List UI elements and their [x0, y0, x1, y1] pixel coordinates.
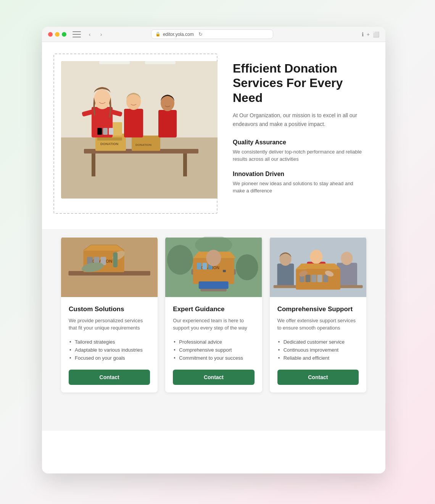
hero-title: Efficient Donation Services For Every Ne…	[233, 61, 366, 105]
card-comprehensive-support: Comprehensive Support We offer extensive…	[270, 237, 366, 393]
hero-image: DONATION DONATION	[61, 61, 218, 199]
svg-text:DONATION: DONATION	[135, 143, 151, 147]
contact-button-2[interactable]: Contact	[173, 370, 254, 385]
svg-rect-19	[158, 110, 177, 137]
sidebar-toggle-icon[interactable]	[72, 31, 81, 37]
svg-rect-7	[183, 153, 187, 176]
feature-quality: Quality Assurance We consistently delive…	[233, 139, 366, 163]
list-item: Professional advice	[173, 338, 254, 346]
card-list-1: Tailored strategies Adaptable to various…	[69, 338, 150, 362]
svg-rect-24	[97, 137, 122, 141]
svg-rect-6	[92, 153, 95, 176]
hero-section: DONATION DONATION	[42, 42, 385, 218]
hero-subtitle: At Our Organization, our mission is to e…	[233, 111, 366, 128]
add-tab-icon[interactable]: +	[367, 31, 370, 37]
svg-rect-23	[109, 128, 113, 135]
info-icon[interactable]: ℹ	[362, 31, 364, 37]
svg-point-38	[167, 245, 193, 275]
svg-rect-51	[199, 281, 229, 289]
list-item: Continuous improvement	[277, 346, 359, 354]
lock-icon: 🔒	[155, 32, 161, 37]
svg-rect-66	[323, 275, 328, 282]
extensions-icon[interactable]: ⬜	[373, 31, 379, 37]
cards-section: DONATION	[42, 229, 385, 408]
hero-image-container: DONATION DONATION	[61, 61, 218, 199]
svg-rect-47	[203, 263, 207, 270]
svg-rect-65	[317, 275, 322, 282]
card-body-1: Custom Solutions We provide personalized…	[61, 298, 158, 393]
maximize-button[interactable]	[62, 32, 66, 37]
close-button[interactable]	[48, 32, 53, 37]
card-desc-2: Our experienced team is here to support …	[173, 317, 254, 332]
browser-titlebar: ‹ › 🔒 editor.yola.com ↻ ℹ + ⬜	[42, 27, 385, 42]
svg-rect-63	[305, 275, 310, 282]
svg-point-39	[236, 254, 258, 280]
feature-quality-desc: We consistently deliver top-notch perfor…	[233, 148, 366, 163]
card-image-1: DONATION	[61, 237, 158, 298]
card-custom-solutions: DONATION	[61, 237, 158, 393]
feature-innovation-title: Innovation Driven	[233, 171, 366, 178]
svg-rect-17	[124, 109, 143, 137]
card-title-2: Expert Guidance	[173, 305, 254, 313]
url-text: editor.yola.com	[163, 32, 194, 37]
card-body-3: Comprehensive Support We offer extensive…	[270, 298, 366, 393]
bottom-padding	[42, 408, 385, 431]
list-item: Dedicated customer service	[277, 338, 359, 346]
toolbar-right: ℹ + ⬜	[362, 31, 379, 37]
feature-innovation-desc: We pioneer new ideas and solutions to st…	[233, 180, 366, 195]
list-item: Adaptable to various industries	[69, 346, 150, 354]
contact-button-3[interactable]: Contact	[277, 370, 359, 385]
svg-rect-54	[277, 263, 294, 288]
forward-button[interactable]: ›	[97, 30, 105, 39]
svg-rect-4	[145, 61, 176, 64]
cards-grid: DONATION	[61, 237, 366, 393]
card-image-3	[270, 237, 366, 298]
svg-text:DONATION: DONATION	[100, 142, 118, 146]
address-bar[interactable]: 🔒 editor.yola.com ↻	[151, 29, 273, 39]
browser-window: ‹ › 🔒 editor.yola.com ↻ ℹ + ⬜	[42, 27, 385, 473]
svg-point-59	[341, 252, 353, 265]
minimize-button[interactable]	[55, 32, 60, 37]
card-expert-guidance: DONATION	[165, 237, 262, 393]
list-item: Comprehensive support	[173, 346, 254, 354]
list-item: Focused on your goals	[69, 354, 150, 362]
svg-rect-46	[197, 263, 201, 270]
card-list-3: Dedicated customer service Continuous im…	[277, 338, 359, 362]
traffic-lights	[48, 32, 66, 37]
svg-rect-22	[103, 128, 108, 135]
browser-content: DONATION DONATION	[42, 42, 385, 473]
svg-rect-50	[223, 270, 226, 272]
hero-text: Efficient Donation Services For Every Ne…	[233, 57, 366, 202]
svg-point-14	[94, 89, 111, 109]
refresh-icon[interactable]: ↻	[198, 31, 203, 37]
card-desc-3: We offer extensive support services to e…	[277, 317, 359, 332]
feature-quality-title: Quality Assurance	[233, 139, 366, 146]
section-gap	[42, 218, 385, 229]
svg-rect-21	[97, 128, 102, 135]
back-button[interactable]: ‹	[85, 30, 94, 39]
svg-rect-3	[99, 61, 130, 64]
svg-point-49	[206, 250, 221, 266]
svg-point-57	[310, 250, 322, 264]
card-body-2: Expert Guidance Our experienced team is …	[165, 298, 262, 393]
card-title-3: Comprehensive Support	[277, 305, 359, 313]
list-item: Reliable and efficient	[277, 354, 359, 362]
card-title-1: Custom Solutions	[69, 305, 150, 313]
feature-innovation: Innovation Driven We pioneer new ideas a…	[233, 171, 366, 195]
card-list-2: Professional advice Comprehensive suppor…	[173, 338, 254, 362]
contact-button-1[interactable]: Contact	[69, 370, 150, 385]
list-item: Tailored strategies	[69, 338, 150, 346]
card-desc-1: We provide personalized services that fi…	[69, 317, 150, 332]
svg-rect-34	[113, 252, 118, 267]
list-item: Commitment to your success	[173, 354, 254, 362]
svg-rect-64	[311, 275, 316, 282]
card-image-2: DONATION	[165, 237, 262, 298]
